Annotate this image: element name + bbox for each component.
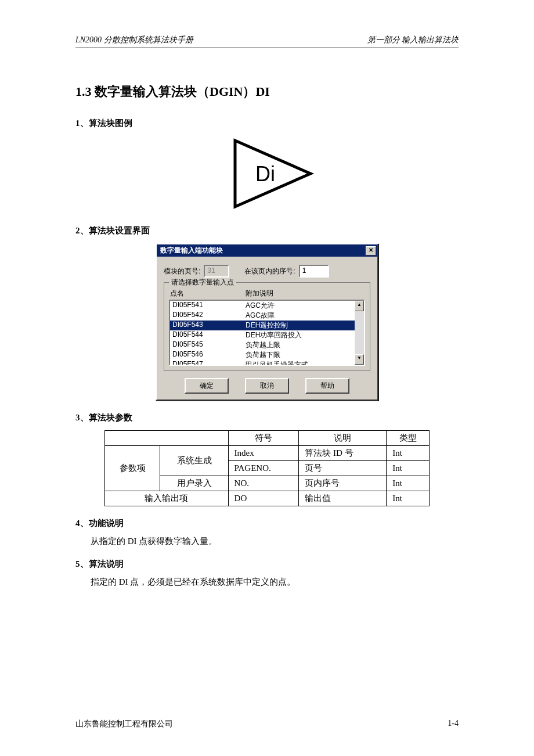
page-no-label: 模块的页号: <box>164 267 200 276</box>
dialog-title: 数字量输入端功能块 <box>160 246 223 255</box>
point-name: DI05F546 <box>172 350 246 360</box>
di-triangle-icon: Di <box>218 136 316 211</box>
list-item[interactable]: DI05F544DEH功率回路投入 <box>170 330 355 340</box>
footer-left: 山东鲁能控制工程有限公司 <box>75 719 173 729</box>
point-desc: AGC故障 <box>246 311 275 321</box>
scroll-up-icon[interactable]: ▲ <box>355 301 364 311</box>
page-header: LN2000 分散控制系统算法块手册 第一部分 输入输出算法块 <box>75 35 459 48</box>
cell: Int <box>387 476 430 491</box>
sub-heading-3: 3、算法块参数 <box>75 412 459 423</box>
close-icon[interactable]: ✕ <box>366 246 376 255</box>
help-button[interactable]: 帮助 <box>305 378 349 394</box>
list-item[interactable]: DI05F543DEH遥控控制 <box>170 321 355 330</box>
col-desc-header: 附加说明 <box>246 289 273 298</box>
cell: DO <box>228 491 299 506</box>
point-desc: DEH功率回路投入 <box>246 330 302 340</box>
list-item[interactable]: DI05F545负荷越上限 <box>170 340 355 350</box>
document-page: LN2000 分散控制系统算法块手册 第一部分 输入输出算法块 1.3 数字量输… <box>0 0 534 756</box>
seq-no-input[interactable]: 1 <box>299 265 329 278</box>
header-right: 第一部分 输入输出算法块 <box>367 35 459 45</box>
group-legend: 请选择数字量输入点 <box>169 278 236 287</box>
cell: PAGENO. <box>228 461 299 476</box>
table-row: 符号 说明 类型 <box>105 431 430 446</box>
page-no-input: 31 <box>204 265 229 278</box>
group-io: 输入输出项 <box>105 491 229 506</box>
func-desc: 从指定的 DI 点获得数字输入量。 <box>91 536 459 547</box>
diagram-label: Di <box>255 162 275 186</box>
col-symbol: 符号 <box>228 431 299 446</box>
group-user: 用户录入 <box>160 476 228 491</box>
table-row: 参数项 系统生成 Index 算法块 ID 号 Int <box>105 446 430 461</box>
list-item[interactable]: DI05F546负荷越下限 <box>170 350 355 360</box>
cell: Int <box>387 446 430 461</box>
point-desc: DEH遥控控制 <box>246 321 288 330</box>
point-name: DI05F542 <box>172 311 246 321</box>
dialog-titlebar[interactable]: 数字量输入端功能块 ✕ <box>157 244 377 257</box>
sub-heading-5: 5、算法说明 <box>75 559 459 570</box>
point-select-group: 请选择数字量输入点 点名 附加说明 DI05F541AGC允许DI05F542A… <box>164 282 370 371</box>
cell: 输出值 <box>299 491 387 506</box>
list-item[interactable]: DI05F547甲引风机手操器方式 <box>170 360 355 366</box>
footer-right: 1-4 <box>448 719 459 729</box>
point-listbox[interactable]: DI05F541AGC允许DI05F542AGC故障DI05F543DEH遥控控… <box>169 300 365 366</box>
section-title: 1.3 数字量输入算法块（DGIN）DI <box>75 83 459 100</box>
cell: Index <box>228 446 299 461</box>
cell: 页号 <box>299 461 387 476</box>
point-desc: 负荷越下限 <box>246 350 280 360</box>
params-table: 符号 说明 类型 参数项 系统生成 Index 算法块 ID 号 Int PAG… <box>104 430 430 506</box>
cell: 页内序号 <box>299 476 387 491</box>
point-name: DI05F544 <box>172 330 246 340</box>
sub-heading-1: 1、算法块图例 <box>75 118 459 129</box>
table-row: 输入输出项 DO 输出值 Int <box>105 491 430 506</box>
cell: Int <box>387 491 430 506</box>
cell: 算法块 ID 号 <box>299 446 387 461</box>
col-name-header: 点名 <box>170 289 246 298</box>
col-type: 类型 <box>387 431 430 446</box>
point-name: DI05F541 <box>172 301 246 311</box>
algo-desc: 指定的 DI 点，必须是已经在系统数据库中定义的点。 <box>91 577 459 588</box>
cell: Int <box>387 461 430 476</box>
ok-button[interactable]: 确定 <box>185 378 229 394</box>
point-desc: 甲引风机手操器方式 <box>246 360 308 366</box>
block-diagram: Di <box>75 136 459 214</box>
point-name: DI05F543 <box>172 321 246 330</box>
point-name: DI05F547 <box>172 360 246 366</box>
config-dialog: 数字量输入端功能块 ✕ 模块的页号: 31 在该页内的序号: 1 请选择数字量输… <box>156 243 378 401</box>
sub-heading-4: 4、功能说明 <box>75 518 459 529</box>
sub-heading-2: 2、算法块设置界面 <box>75 225 459 236</box>
scrollbar[interactable]: ▲ ▼ <box>355 301 364 365</box>
point-desc: AGC允许 <box>246 301 275 311</box>
page-footer: 山东鲁能控制工程有限公司 1-4 <box>75 719 459 729</box>
cell: NO. <box>228 476 299 491</box>
group-sys: 系统生成 <box>160 446 228 476</box>
header-left: LN2000 分散控制系统算法块手册 <box>75 35 193 45</box>
cancel-button[interactable]: 取消 <box>245 378 289 394</box>
point-desc: 负荷越上限 <box>246 340 280 350</box>
point-name: DI05F545 <box>172 340 246 350</box>
col-desc: 说明 <box>299 431 387 446</box>
seq-no-label: 在该页内的序号: <box>244 267 295 276</box>
group-param: 参数项 <box>105 446 160 491</box>
scroll-down-icon[interactable]: ▼ <box>355 354 364 365</box>
list-item[interactable]: DI05F541AGC允许 <box>170 301 355 311</box>
list-item[interactable]: DI05F542AGC故障 <box>170 311 355 321</box>
